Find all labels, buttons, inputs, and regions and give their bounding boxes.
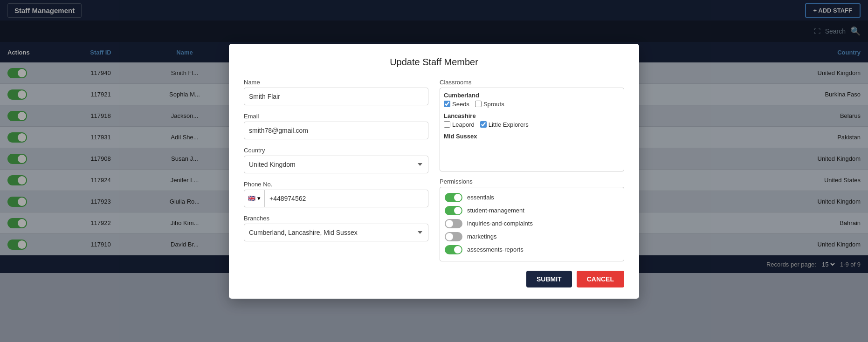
phone-flag[interactable]: 🇬🇧 ▾ — [244, 190, 265, 207]
email-label: Email — [244, 113, 428, 120]
permission-toggle[interactable] — [445, 193, 462, 202]
permission-row: marketings — [444, 230, 620, 243]
classroom-group: Mid Sussex — [444, 133, 620, 142]
modal-title: Update Staff Member — [244, 57, 624, 68]
modal-right: Classrooms Cumberland Seeds Sprouts Lanc… — [440, 79, 624, 261]
classroom-checkbox-label[interactable]: Leapord — [444, 121, 475, 128]
name-label: Name — [244, 79, 428, 86]
email-field-group: Email — [244, 113, 428, 139]
phone-input[interactable] — [265, 195, 428, 202]
permission-row: essentials — [444, 191, 620, 204]
classrooms-box[interactable]: Cumberland Seeds Sprouts Lancashire Leap… — [440, 88, 624, 171]
permission-name: marketings — [467, 233, 497, 240]
classroom-checkbox-label[interactable]: Little Explorers — [480, 121, 529, 128]
country-label: Country — [244, 147, 428, 154]
classroom-group: Cumberland Seeds Sprouts — [444, 92, 620, 108]
classroom-group-title: Lancashire — [444, 112, 620, 119]
phone-field-group: Phone No. 🇬🇧 ▾ — [244, 181, 428, 207]
classroom-items: Seeds Sprouts — [444, 101, 620, 108]
permission-name: assessments-reports — [467, 246, 524, 253]
classroom-group-title: Cumberland — [444, 92, 620, 99]
branches-label: Branches — [244, 215, 428, 222]
permission-row: student-management — [444, 204, 620, 217]
phone-flag-chevron: ▾ — [257, 195, 261, 202]
classrooms-label: Classrooms — [440, 79, 624, 86]
permissions-label: Permissions — [440, 178, 624, 185]
classroom-checkbox[interactable] — [475, 101, 482, 107]
classroom-checkbox[interactable] — [444, 121, 450, 128]
permissions-group: Permissions essentials student-managemen… — [440, 178, 624, 261]
name-field-group: Name — [244, 79, 428, 105]
phone-label: Phone No. — [244, 181, 428, 188]
classroom-checkbox[interactable] — [480, 121, 487, 128]
country-field-group: Country United Kingdom United States Pak… — [244, 147, 428, 173]
classroom-checkbox-label[interactable]: Seeds — [444, 101, 469, 108]
classroom-items: Leapord Little Explorers — [444, 121, 620, 128]
permission-row: inquiries-and-complaints — [444, 217, 620, 230]
permission-name: student-management — [467, 207, 524, 214]
permission-toggle[interactable] — [445, 219, 462, 228]
permission-row: assessments-reports — [444, 243, 620, 256]
email-input[interactable] — [244, 122, 428, 139]
classroom-group: Lancashire Leapord Little Explorers — [444, 112, 620, 128]
modal-left: Name Email Country United Kingdom United… — [244, 79, 428, 261]
branches-field-group: Branches Cumberland, Lancashire, Mid Sus… — [244, 215, 428, 241]
update-staff-modal: Update Staff Member Name Email Country U… — [229, 44, 639, 299]
classroom-checkbox[interactable] — [444, 101, 450, 107]
permission-name: inquiries-and-complaints — [467, 220, 533, 227]
modal-overlay: Update Staff Member Name Email Country U… — [0, 0, 868, 342]
phone-wrapper: 🇬🇧 ▾ — [244, 190, 428, 207]
classroom-checkbox-label[interactable]: Sprouts — [475, 101, 504, 108]
flag-icon: 🇬🇧 — [248, 195, 255, 202]
modal-footer: SUBMIT CANCEL — [244, 271, 624, 287]
permission-toggle[interactable] — [445, 232, 462, 241]
permission-toggle[interactable] — [445, 206, 462, 215]
classrooms-group: Classrooms Cumberland Seeds Sprouts Lanc… — [440, 79, 624, 171]
cancel-button[interactable]: CANCEL — [577, 271, 624, 287]
branches-select[interactable]: Cumberland, Lancashire, Mid Sussex — [244, 224, 428, 241]
name-input[interactable] — [244, 88, 428, 105]
modal-body: Name Email Country United Kingdom United… — [244, 79, 624, 261]
permissions-box[interactable]: essentials student-management inquiries-… — [440, 187, 624, 261]
permission-toggle[interactable] — [445, 245, 462, 254]
country-select[interactable]: United Kingdom United States Pakistan Ba… — [244, 156, 428, 173]
permission-name: essentials — [467, 194, 494, 201]
classroom-group-title: Mid Sussex — [444, 133, 620, 140]
submit-button[interactable]: SUBMIT — [526, 271, 572, 287]
